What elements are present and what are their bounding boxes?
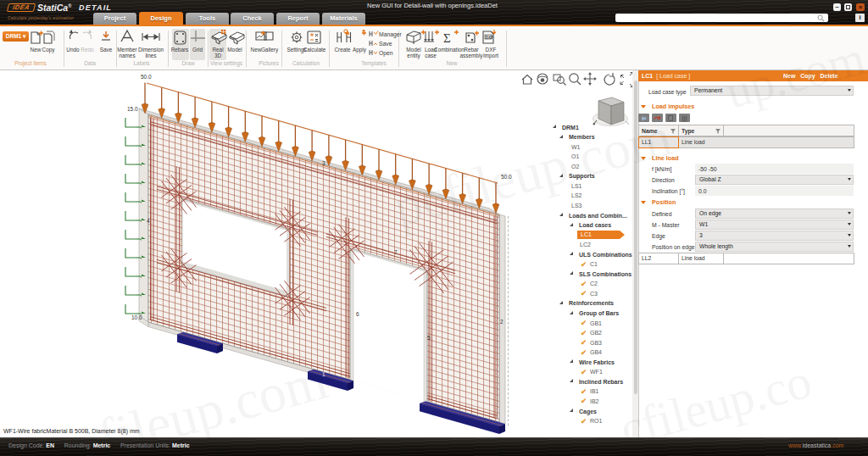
svg-text:50.0: 50.0 xyxy=(141,74,152,80)
svg-text:3: 3 xyxy=(322,160,326,166)
svg-text:7: 7 xyxy=(394,249,398,255)
svg-text:6: 6 xyxy=(356,311,359,317)
svg-text:1: 1 xyxy=(322,371,326,377)
svg-text:2: 2 xyxy=(500,319,504,325)
svg-text:10.0: 10.0 xyxy=(131,314,142,320)
svg-text:4: 4 xyxy=(147,218,150,224)
svg-text:50.0: 50.0 xyxy=(501,174,512,180)
svg-text:DXF: DXF xyxy=(486,36,494,40)
svg-text:5: 5 xyxy=(427,335,431,341)
svg-text:Σ: Σ xyxy=(443,31,451,45)
svg-text:15.0: 15.0 xyxy=(127,106,138,112)
